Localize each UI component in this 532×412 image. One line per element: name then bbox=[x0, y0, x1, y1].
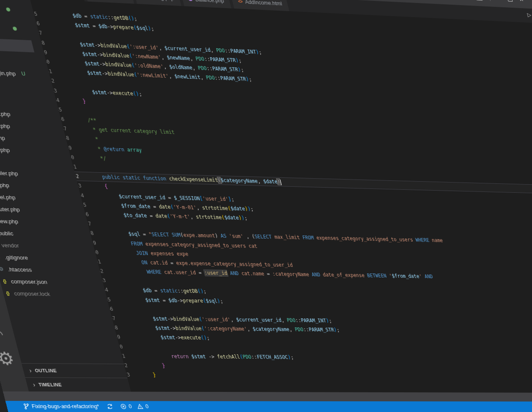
title-bar-icons: – × bbox=[433, 0, 524, 3]
code-text: return $stmt -> fetchAll(PDO::FETCH_ASSO… bbox=[136, 353, 294, 360]
explorer-item-composer-lock[interactable]: {}composer.lock bbox=[3, 287, 108, 300]
explorer-item-label: AddIncome.php bbox=[0, 121, 11, 129]
explorer-item-error-php[interactable]: Error.php bbox=[0, 178, 80, 193]
explorer-item-label: public bbox=[0, 230, 14, 236]
explorer-item-label: composer.lock bbox=[13, 290, 51, 297]
explorer-item--gitignore[interactable]: ◆.gitignore bbox=[0, 251, 98, 265]
explorer-item-composer-json[interactable]: {}composer.json bbox=[0, 275, 104, 289]
tab-label: Balance.php bbox=[194, 0, 225, 4]
sync-icon bbox=[106, 403, 113, 409]
code-text bbox=[73, 107, 74, 113]
explorer-item-label: RememberedLogin.php bbox=[0, 68, 16, 77]
explorer-selected-row[interactable] bbox=[0, 36, 34, 53]
code-text: } bbox=[141, 372, 156, 378]
title-bar-separator bbox=[489, 0, 491, 1]
code-text: } bbox=[138, 362, 166, 368]
code-text: ON cat.id = expe.expense_category_assign… bbox=[112, 259, 294, 268]
explorer-item-view-php[interactable]: View.php bbox=[0, 215, 89, 229]
code-text: { bbox=[92, 183, 109, 190]
code-text: /** bbox=[75, 117, 97, 124]
sidebar-sections: › OUTLINE › TIMELINE bbox=[21, 363, 131, 392]
status-bar: Fixing-bugs-and-refactoring* 0 0 bbox=[6, 401, 532, 412]
chevron-right-icon: › bbox=[32, 381, 36, 388]
tab-label: AddIncome.html bbox=[244, 0, 283, 6]
close-icon[interactable]: × bbox=[519, 0, 524, 2]
code-text bbox=[87, 164, 89, 170]
code-text bbox=[65, 79, 67, 85]
code-text: FROM expenses_category_assigned_to_users… bbox=[107, 240, 258, 249]
code-text bbox=[116, 278, 118, 284]
outline-section-label: OUTLINE bbox=[34, 368, 57, 373]
explorer-item-model-php[interactable]: Model.php bbox=[0, 190, 83, 205]
explorer-item-vendor[interactable]: vendor bbox=[0, 239, 95, 253]
code-text: * @return array bbox=[82, 145, 142, 153]
modified-file-dot bbox=[12, 26, 17, 31]
errors-icon bbox=[120, 403, 127, 409]
explorer-item-router-php[interactable]: Router.php bbox=[0, 203, 86, 217]
explorer-item-label: Controller.php bbox=[0, 169, 18, 177]
code-text: $stmt->execute(); bbox=[68, 88, 142, 97]
html-file-icon: <> bbox=[238, 0, 243, 4]
code-text: */ bbox=[85, 155, 107, 161]
code-text: $stmt->bindValue(':categoryName', $categ… bbox=[129, 325, 341, 333]
explorer-item-label: Error.php bbox=[0, 181, 10, 188]
outline-section-header[interactable]: › OUTLINE bbox=[21, 363, 127, 378]
explorer-item-label: Router.php bbox=[0, 206, 21, 213]
config-file-icon: ⚙ bbox=[0, 266, 6, 272]
php-file-icon bbox=[188, 0, 193, 1]
explorer-item-label: composer.json bbox=[10, 278, 48, 285]
chevron-right-icon: › bbox=[29, 367, 32, 374]
code-text bbox=[53, 31, 55, 37]
git-untracked-badge: U bbox=[21, 71, 26, 77]
code-text: * get current category limit bbox=[77, 126, 175, 135]
json-file-icon: {} bbox=[0, 279, 9, 284]
code-text: $to_date = date('Y-m-t', strtotime($date… bbox=[100, 212, 248, 221]
explorer-item-label: .gitignore bbox=[4, 254, 29, 261]
vscode-window: – × Expense.phpIncome.phpConfig.phpBalan… bbox=[0, 0, 532, 412]
code-text: * bbox=[80, 136, 99, 142]
warnings-icon bbox=[136, 403, 144, 409]
explorer-item-label: Model.php bbox=[0, 194, 16, 201]
explorer-item-controller-php[interactable]: Controller.php bbox=[0, 166, 77, 181]
code-text: JOIN expenses expe bbox=[109, 250, 189, 257]
timeline-section-header[interactable]: › TIMELINE bbox=[25, 377, 131, 392]
minimize-icon[interactable]: – bbox=[497, 0, 501, 1]
problems-item[interactable]: 0 0 bbox=[120, 403, 149, 409]
maximize-icon[interactable] bbox=[507, 0, 513, 2]
explorer-item-label: AddExpense.php bbox=[0, 109, 11, 118]
code-text: $stmt->execute(); bbox=[131, 334, 210, 341]
explorer-item-rememberedlogin-php[interactable]: RememberedLogin.phpU bbox=[0, 65, 51, 81]
code-text: $stmt->bindValue(':user_id', $current_us… bbox=[126, 315, 332, 324]
git-branch-label: Fixing-bugs-and-refactoring* bbox=[31, 403, 100, 409]
explorer-item-label: Balance.php bbox=[0, 134, 6, 141]
git-branch-item[interactable]: Fixing-bugs-and-refactoring* bbox=[23, 403, 100, 410]
git-branch-icon bbox=[23, 403, 30, 410]
errors-count: 0 bbox=[128, 403, 132, 409]
horizontal-scrollbar-track[interactable] bbox=[3, 391, 532, 402]
customize-layout-icon[interactable] bbox=[475, 0, 483, 0]
warnings-count: 0 bbox=[145, 403, 149, 409]
code-text: $db = static::getDB(); bbox=[119, 287, 207, 294]
code-text: $stmt = $db->prepare($sql); bbox=[121, 297, 224, 304]
modified-file-dot bbox=[6, 7, 10, 12]
code-line: 173 } bbox=[99, 370, 532, 382]
sync-changes-item[interactable] bbox=[106, 403, 113, 409]
explorer-item-addexpense-php[interactable]: AddExpense.php bbox=[0, 106, 62, 122]
explorer-item-label: .htaccess bbox=[7, 266, 32, 273]
screenshot-stage: – × Expense.phpIncome.phpConfig.phpBalan… bbox=[0, 0, 532, 412]
accounts-icon[interactable] bbox=[0, 321, 6, 339]
code-text bbox=[102, 221, 103, 227]
json-file-icon: {} bbox=[3, 291, 12, 296]
explorer-item-public[interactable]: public bbox=[0, 227, 92, 241]
explorer-item-label: View.php bbox=[0, 218, 19, 224]
explorer-item--htaccess[interactable]: ⚙.htaccess bbox=[0, 263, 101, 277]
explorer-item-label: Expense.php bbox=[0, 146, 10, 153]
tab-label: Config.php bbox=[147, 0, 174, 1]
settings-gear-icon[interactable]: ⚙ bbox=[0, 350, 17, 368]
code-text bbox=[133, 344, 135, 350]
explorer-item-label: vendor bbox=[1, 242, 20, 249]
git-file-icon: ◆ bbox=[0, 255, 2, 259]
code-text: } bbox=[70, 97, 86, 104]
timeline-section-label: TIMELINE bbox=[38, 382, 62, 387]
code-text bbox=[123, 306, 125, 312]
